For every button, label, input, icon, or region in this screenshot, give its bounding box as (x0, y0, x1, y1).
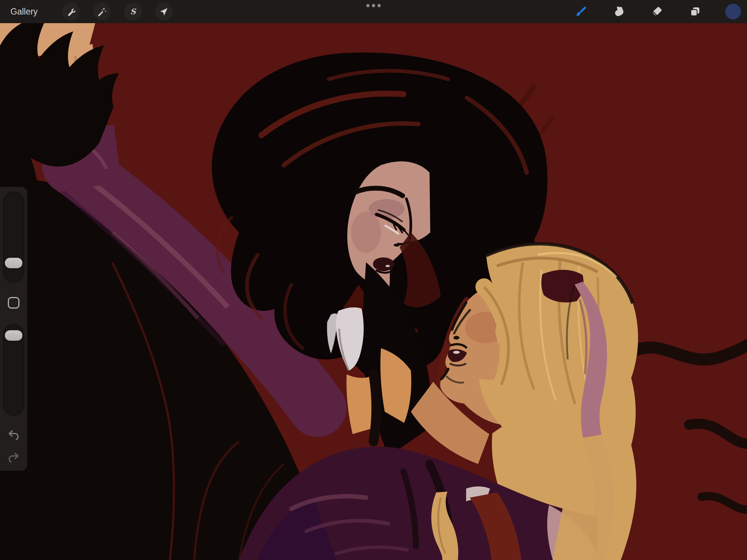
redo-button[interactable] (7, 451, 21, 464)
undo-arrow-icon (7, 429, 21, 442)
paint-tool-button[interactable] (573, 3, 589, 21)
transform-arrow-icon (159, 7, 169, 17)
undo-button[interactable] (7, 429, 21, 442)
erase-tool-button[interactable] (649, 3, 665, 21)
adjustments-button[interactable] (93, 3, 111, 21)
eraser-icon (651, 6, 663, 18)
opacity-slider[interactable] (3, 324, 24, 416)
smudge-finger-icon (613, 6, 625, 18)
layers-button[interactable] (687, 3, 703, 21)
ellipsis-icon (365, 3, 382, 8)
brush-sidebar (0, 187, 27, 471)
color-swatch-button[interactable] (725, 3, 741, 21)
toolbar: Gallery S (0, 0, 747, 23)
gallery-button[interactable]: Gallery (10, 7, 38, 17)
magic-wand-icon (97, 7, 107, 17)
toolbar-left-group: Gallery S (0, 3, 173, 21)
svg-text:S: S (130, 7, 137, 16)
redo-arrow-icon (7, 451, 21, 464)
canvas-artwork[interactable] (0, 23, 747, 560)
transform-button[interactable] (155, 3, 173, 21)
selection-button[interactable]: S (124, 3, 142, 21)
wrench-icon (66, 7, 76, 17)
overflow-menu-button[interactable] (362, 0, 385, 11)
actions-button[interactable] (62, 3, 80, 21)
toolbar-right-group (573, 3, 747, 21)
canvas-area (0, 23, 747, 560)
color-swatch-icon (725, 3, 741, 20)
selection-s-icon: S (128, 7, 138, 17)
brush-icon (574, 5, 587, 18)
smudge-tool-button[interactable] (611, 3, 627, 21)
brush-size-slider-thumb[interactable] (5, 258, 22, 268)
layers-icon (689, 6, 701, 18)
modify-button[interactable] (8, 297, 19, 309)
opacity-slider-thumb[interactable] (5, 330, 22, 341)
brush-size-slider[interactable] (3, 192, 24, 283)
